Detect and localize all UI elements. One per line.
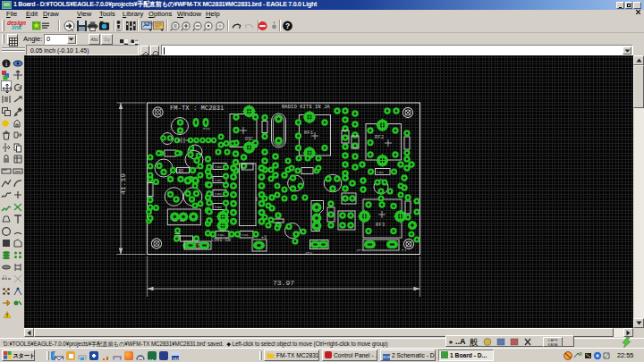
svg-text:SCH: SCH bbox=[144, 22, 153, 27]
svg-text:W: W bbox=[173, 357, 179, 360]
svg-text:?: ? bbox=[285, 21, 290, 30]
svg-text:(-): (-) bbox=[3, 274, 7, 279]
